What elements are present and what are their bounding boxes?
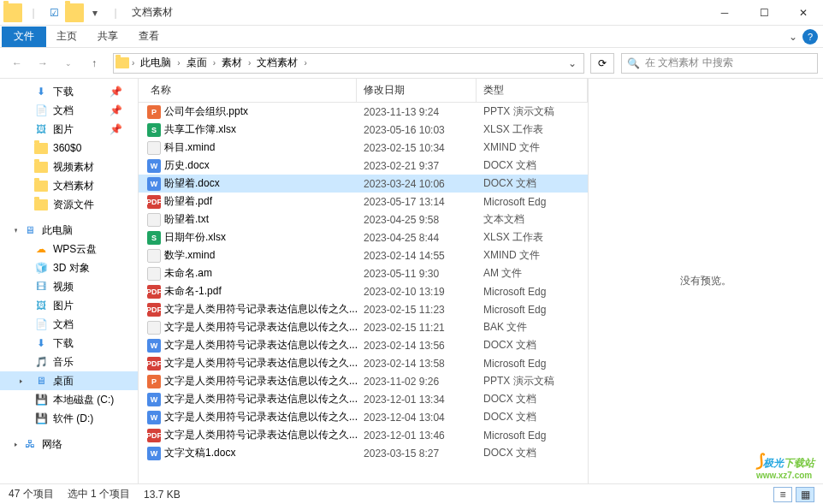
qat-overflow[interactable]: ▾ xyxy=(86,3,104,22)
tree-label: 视频 xyxy=(53,280,74,294)
tree-label: 网络 xyxy=(42,437,62,452)
file-row[interactable]: 未命名.am2023-05-11 9:30AM 文件 xyxy=(139,264,588,282)
tree-item[interactable]: 📄文档 xyxy=(0,315,138,334)
file-type: Microsoft Edg xyxy=(477,358,588,370)
file-row[interactable]: S共享工作簿.xlsx2023-05-16 10:03XLSX 工作表 xyxy=(139,121,588,139)
file-row[interactable]: W历史.docx2023-02-21 9:37DOCX 文档 xyxy=(139,157,588,175)
view-icons-button[interactable]: ▦ xyxy=(796,487,814,502)
file-row[interactable]: 文字是人类用符号记录表达信息以传之久...2023-02-15 11:21BAK… xyxy=(139,318,588,336)
file-row[interactable]: PDF未命名-1.pdf2023-02-10 13:19Microsoft Ed… xyxy=(139,282,588,300)
chevron-icon[interactable]: › xyxy=(246,58,253,68)
tree-item[interactable]: ⬇下载 xyxy=(0,334,138,353)
file-row[interactable]: W文字是人类用符号记录表达信息以传之久...2023-02-14 13:56DO… xyxy=(139,336,588,354)
col-name[interactable]: 名称 xyxy=(147,79,357,102)
pptx-icon: P xyxy=(147,375,161,388)
tree-item[interactable]: 视频素材 xyxy=(0,157,138,176)
col-date[interactable]: 修改日期 xyxy=(357,79,477,102)
tree-label: 软件 (D:) xyxy=(53,412,93,426)
tree-item[interactable]: 📄文档📌 xyxy=(0,101,138,120)
pdf-icon: PDF xyxy=(147,303,161,317)
drive-icon: 💾 xyxy=(34,393,48,406)
tab-share[interactable]: 共享 xyxy=(87,27,128,47)
tree-item[interactable]: ⬇下载📌 xyxy=(0,82,138,101)
crumb-sucai[interactable]: 素材 xyxy=(218,54,246,73)
file-row[interactable]: W盼望着.docx2023-03-24 10:06DOCX 文档 xyxy=(139,175,588,193)
help-button[interactable]: ? xyxy=(802,29,818,44)
file-list[interactable]: P公司年会组织.pptx2023-11-13 9:24PPTX 演示文稿S共享工… xyxy=(139,103,588,483)
file-type: DOCX 文档 xyxy=(477,176,588,191)
file-row[interactable]: P文字是人类用符号记录表达信息以传之久...2023-11-02 9:26PPT… xyxy=(139,372,588,390)
minimize-button[interactable]: ─ xyxy=(705,0,744,26)
crumb-desktop[interactable]: 桌面 xyxy=(183,54,210,73)
status-count: 47 个项目 xyxy=(9,487,54,501)
back-button[interactable]: ← xyxy=(5,51,29,75)
file-row[interactable]: P公司年会组织.pptx2023-11-13 9:24PPTX 演示文稿 xyxy=(139,103,588,121)
tree-item[interactable]: 资源文件 xyxy=(0,195,138,214)
tree-thispc[interactable]: ▾🖥此电脑 xyxy=(0,221,138,240)
tree-item[interactable]: 🎵音乐 xyxy=(0,353,138,371)
col-type[interactable]: 类型 xyxy=(477,79,588,102)
file-row[interactable]: W文字文稿1.docx2023-03-15 8:27DOCX 文档 xyxy=(139,444,588,462)
refresh-button[interactable]: ⟳ xyxy=(590,53,614,74)
file-date: 2023-03-24 10:06 xyxy=(357,178,477,190)
tree-label: 3D 对象 xyxy=(53,261,90,276)
tree-item[interactable]: 文档素材 xyxy=(0,176,138,195)
tree-item[interactable]: ☁WPS云盘 xyxy=(0,240,138,258)
expand-icon[interactable]: ▸ xyxy=(20,377,23,385)
maximize-button[interactable]: ☐ xyxy=(744,0,784,26)
address-dropdown[interactable]: ⌄ xyxy=(563,57,582,69)
file-row[interactable]: S日期年份.xlsx2023-04-25 8:44XLSX 工作表 xyxy=(139,228,588,246)
file-row[interactable]: PDF文字是人类用符号记录表达信息以传之久...2023-02-14 13:58… xyxy=(139,354,588,372)
file-row[interactable]: W文字是人类用符号记录表达信息以传之久...2023-12-04 13:04DO… xyxy=(139,408,588,426)
file-row[interactable]: W文字是人类用符号记录表达信息以传之久...2023-12-01 13:34DO… xyxy=(139,390,588,408)
file-row[interactable]: 数学.xmind2023-02-14 14:55XMIND 文件 xyxy=(139,246,588,264)
tab-home[interactable]: 主页 xyxy=(46,27,87,47)
file-name: 文字是人类用符号记录表达信息以传之久... xyxy=(164,338,357,353)
forward-button[interactable]: → xyxy=(31,51,55,75)
up-button[interactable]: ↑ xyxy=(82,51,106,75)
preview-empty-text: 没有预览。 xyxy=(680,274,731,288)
file-row[interactable]: PDF文字是人类用符号记录表达信息以传之久...2023-12-01 13:46… xyxy=(139,426,588,444)
tab-view[interactable]: 查看 xyxy=(128,27,169,47)
file-date: 2023-04-25 8:44 xyxy=(357,232,477,244)
file-row[interactable]: 科目.xmind2023-02-15 10:34XMIND 文件 xyxy=(139,139,588,157)
docx-icon: W xyxy=(147,411,161,424)
file-date: 2023-02-15 10:34 xyxy=(357,142,477,154)
crumb-thispc[interactable]: 此电脑 xyxy=(137,54,175,73)
address-bar[interactable]: › 此电脑 › 桌面 › 素材 › 文档素材 › ⌄ xyxy=(113,53,584,74)
chevron-icon[interactable]: › xyxy=(175,58,182,68)
file-date: 2023-12-01 13:46 xyxy=(357,430,477,442)
tab-file[interactable]: 文件 xyxy=(2,27,46,47)
expand-icon[interactable]: ▸ xyxy=(15,440,18,448)
tree-item[interactable]: 💾软件 (D:) xyxy=(0,409,138,428)
tree-item[interactable]: 💾本地磁盘 (C:) xyxy=(0,390,138,409)
qat-folder[interactable] xyxy=(65,3,84,22)
tree-item[interactable]: ▸🖥桌面 xyxy=(0,371,138,390)
chevron-icon[interactable]: › xyxy=(210,58,218,68)
tree-network[interactable]: ▸🖧网络 xyxy=(0,435,138,454)
search-input[interactable]: 🔍 在 文档素材 中搜索 xyxy=(621,53,818,74)
chevron-icon[interactable]: › xyxy=(129,58,137,68)
ribbon-expand-icon[interactable]: ⌄ xyxy=(789,31,797,43)
drive-icon: 💾 xyxy=(34,412,48,425)
close-button[interactable]: ✕ xyxy=(784,0,823,26)
chevron-icon[interactable]: › xyxy=(301,58,309,68)
file-date: 2023-11-02 9:26 xyxy=(357,376,477,388)
view-details-button[interactable]: ≡ xyxy=(773,487,792,502)
pin-icon: 📌 xyxy=(110,104,122,116)
crumb-current[interactable]: 文档素材 xyxy=(253,54,301,73)
recent-dropdown[interactable]: ⌄ xyxy=(56,51,80,75)
expand-icon[interactable]: ▾ xyxy=(15,226,18,234)
nav-tree[interactable]: ⬇下载📌📄文档📌🖼图片📌360$0视频素材文档素材资源文件▾🖥此电脑☁WPS云盘… xyxy=(0,79,139,483)
tree-label: WPS云盘 xyxy=(53,242,97,257)
file-row[interactable]: PDF文字是人类用符号记录表达信息以传之久...2023-02-15 11:23… xyxy=(139,300,588,318)
tree-item[interactable]: 🖼图片 xyxy=(0,296,138,315)
file-row[interactable]: PDF盼望着.pdf2023-05-17 13:14Microsoft Edg xyxy=(139,193,588,210)
tree-item[interactable]: 🎞视频 xyxy=(0,277,138,296)
qat-checkbox[interactable]: ☑ xyxy=(44,3,63,22)
tree-item[interactable]: 🖼图片📌 xyxy=(0,120,138,139)
file-row[interactable]: 盼望着.txt2023-04-25 9:58文本文档 xyxy=(139,210,588,228)
file-name: 文字是人类用符号记录表达信息以传之久... xyxy=(164,356,357,371)
tree-item[interactable]: 360$0 xyxy=(0,139,138,157)
tree-item[interactable]: 🧊3D 对象 xyxy=(0,258,138,277)
